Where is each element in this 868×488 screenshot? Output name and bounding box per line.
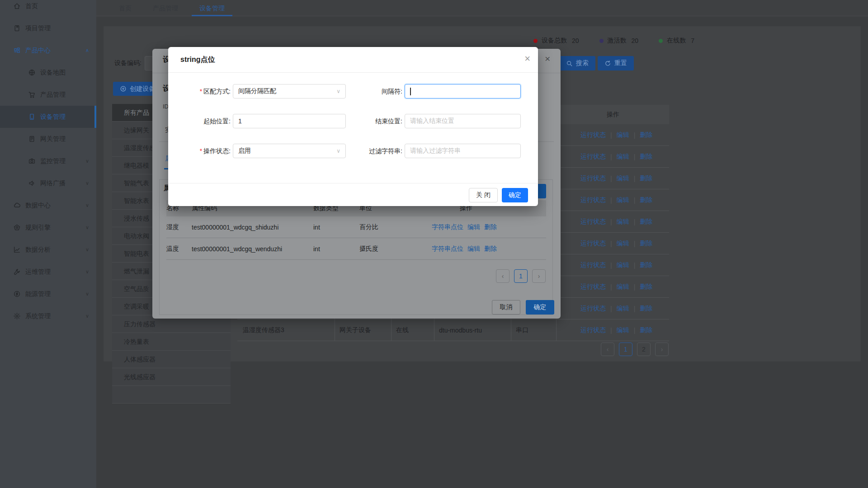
row-action-edit-link[interactable]: 编辑 xyxy=(617,174,629,183)
row-action-edit-link[interactable]: 编辑 xyxy=(617,196,629,204)
pagination-next-button[interactable]: › xyxy=(655,343,669,356)
row-action-delete-link[interactable]: 删除 xyxy=(640,326,652,334)
tab-device-manage[interactable]: 设备管理 xyxy=(192,0,232,16)
sidebar-item-product-manage[interactable]: 产品管理 xyxy=(0,84,96,106)
sidebar-item-data-center[interactable]: 数据中心∨ xyxy=(0,194,96,216)
pagination-prev-button[interactable]: ‹ xyxy=(601,343,614,356)
product-list-item[interactable]: 人体感应器 xyxy=(112,351,231,368)
dialog-close-button[interactable]: 关 闭 xyxy=(469,188,498,202)
tab-home[interactable]: 首页 xyxy=(111,0,139,16)
detail-ok-button[interactable]: 确定 xyxy=(526,300,554,314)
row-action-delete-link[interactable]: 删除 xyxy=(640,283,652,291)
row-action-delete-link[interactable]: 删除 xyxy=(640,131,652,139)
sidebar-item-label: 设备管理 xyxy=(40,113,66,121)
dialog-close-icon[interactable]: × xyxy=(524,54,530,64)
sidebar-item-product-center[interactable]: 产品中心∧ xyxy=(0,39,96,61)
row-action-delete-link[interactable]: 删除 xyxy=(640,239,652,248)
attribute-cell-actions: 字符串点位编辑删除 xyxy=(432,223,546,231)
sidebar-item-label: 网络广播 xyxy=(40,179,66,188)
row-action-run-status-link[interactable]: 运行状态 xyxy=(580,305,606,313)
row-action-run-status-link[interactable]: 运行状态 xyxy=(580,174,606,183)
separator-input[interactable] xyxy=(405,84,521,99)
table-cell-actions: 运行状态|编辑|删除 xyxy=(556,276,669,297)
filter-str-input[interactable]: 请输入过滤字符串 xyxy=(405,144,521,158)
dialog-footer-divider xyxy=(168,183,538,183)
row-action-edit-link[interactable]: 编辑 xyxy=(617,305,629,313)
gear-icon xyxy=(13,312,21,320)
pagination-page-1[interactable]: 1 xyxy=(619,343,632,356)
cloud-icon xyxy=(13,202,21,209)
dialog-ok-button[interactable]: 确定 xyxy=(502,188,528,202)
match-mode-select[interactable]: 间隔分隔匹配 ∨ xyxy=(233,84,346,99)
sidebar-item-project-manage[interactable]: 项目管理 xyxy=(0,17,96,39)
sidebar-item-device-manage[interactable]: 设备管理 xyxy=(0,106,96,128)
attr-pagination-prev-button[interactable]: ‹ xyxy=(496,269,509,283)
pentagon-icon xyxy=(13,224,21,231)
chevron-down-icon: ∨ xyxy=(85,225,89,230)
row-action-delete-link[interactable]: 删除 xyxy=(640,261,652,269)
action-divider: | xyxy=(610,327,612,334)
row-action-edit-link[interactable]: 编辑 xyxy=(617,218,629,226)
row-action-delete-link[interactable]: 删除 xyxy=(640,196,652,204)
end-pos-input[interactable]: 请输入结束位置 xyxy=(405,114,521,128)
row-action-run-status-link[interactable]: 运行状态 xyxy=(580,196,606,204)
sidebar-item-home[interactable]: 首页 xyxy=(0,0,96,17)
row-action-delete-link[interactable]: 删除 xyxy=(640,305,652,313)
search-button[interactable]: 搜索 xyxy=(559,56,595,70)
row-action-run-status-link[interactable]: 运行状态 xyxy=(580,218,606,226)
sidebar-item-device-map[interactable]: 设备地图 xyxy=(0,61,96,84)
end-pos-label: 结束位置: xyxy=(331,114,402,128)
row-action-delete-link[interactable]: 删除 xyxy=(640,218,652,226)
globe-icon xyxy=(28,69,36,76)
action-divider: | xyxy=(634,153,636,160)
op-state-select[interactable]: 启用 ∨ xyxy=(233,144,346,158)
row-action-run-status-link[interactable]: 运行状态 xyxy=(580,131,606,139)
row-action-run-status-link[interactable]: 运行状态 xyxy=(580,153,606,161)
home-icon xyxy=(13,2,21,10)
row-action-edit-link[interactable]: 编辑 xyxy=(617,261,629,269)
row-action-edit-link[interactable]: 编辑 xyxy=(617,153,629,161)
table-cell-actions: 运行状态|编辑|删除 xyxy=(556,189,669,211)
row-action-edit-link[interactable]: 编辑 xyxy=(617,326,629,334)
sidebar-item-gateway-manage[interactable]: 网关管理 xyxy=(0,128,96,150)
sidebar-item-energy-manage[interactable]: 能源管理∨ xyxy=(0,283,96,305)
product-list-item[interactable]: 冷热量表 xyxy=(112,333,231,351)
pagination-page-2[interactable]: 2 xyxy=(637,343,651,356)
attr-action-string-point-link[interactable]: 字符串点位 xyxy=(432,245,463,252)
attr-action-edit-link[interactable]: 编辑 xyxy=(467,245,480,252)
attr-action-edit-link[interactable]: 编辑 xyxy=(467,223,480,230)
attr-action-delete-link[interactable]: 删除 xyxy=(484,223,497,230)
row-action-delete-link[interactable]: 删除 xyxy=(640,153,652,161)
sidebar-item-network-broadcast[interactable]: 网络广播∨ xyxy=(0,172,96,194)
attr-action-string-point-link[interactable]: 字符串点位 xyxy=(432,223,463,230)
row-action-edit-link[interactable]: 编辑 xyxy=(617,239,629,248)
reset-button[interactable]: 重置 xyxy=(598,56,634,70)
sidebar-item-rule-engine[interactable]: 规则引擎∨ xyxy=(0,216,96,239)
attr-pagination-next-button[interactable]: › xyxy=(532,269,546,283)
action-divider: | xyxy=(610,262,612,269)
product-list-item[interactable] xyxy=(112,386,231,404)
sidebar-item-data-analysis[interactable]: 数据分析∨ xyxy=(0,239,96,261)
start-pos-input[interactable]: 1 xyxy=(233,114,346,128)
stat-label: 激活数 xyxy=(608,37,627,45)
row-action-run-status-link[interactable]: 运行状态 xyxy=(580,283,606,291)
attr-pagination-page-1[interactable]: 1 xyxy=(514,269,528,283)
row-action-edit-link[interactable]: 编辑 xyxy=(617,131,629,139)
sidebar-item-label: 首页 xyxy=(25,2,38,10)
detail-modal-close-icon[interactable]: × xyxy=(545,54,550,63)
sidebar-item-system-manage[interactable]: 系统管理∨ xyxy=(0,305,96,327)
attribute-cell: 湿度 xyxy=(166,223,192,231)
sidebar-item-monitor-manage[interactable]: 监控管理∨ xyxy=(0,150,96,172)
attr-action-delete-link[interactable]: 删除 xyxy=(484,245,497,252)
detail-cancel-button[interactable]: 取消 xyxy=(492,300,520,314)
row-action-delete-link[interactable]: 删除 xyxy=(640,174,652,183)
row-action-run-status-link[interactable]: 运行状态 xyxy=(580,261,606,269)
chevron-up-icon: ∧ xyxy=(85,47,89,53)
sidebar-item-ops-manage[interactable]: 运维管理∨ xyxy=(0,261,96,283)
row-action-run-status-link[interactable]: 运行状态 xyxy=(580,326,606,334)
product-list-item[interactable]: 光线感应器 xyxy=(112,368,231,386)
tab-product-manage[interactable]: 产品管理 xyxy=(145,0,186,16)
action-divider: | xyxy=(634,305,636,312)
row-action-edit-link[interactable]: 编辑 xyxy=(617,283,629,291)
row-action-run-status-link[interactable]: 运行状态 xyxy=(580,239,606,248)
